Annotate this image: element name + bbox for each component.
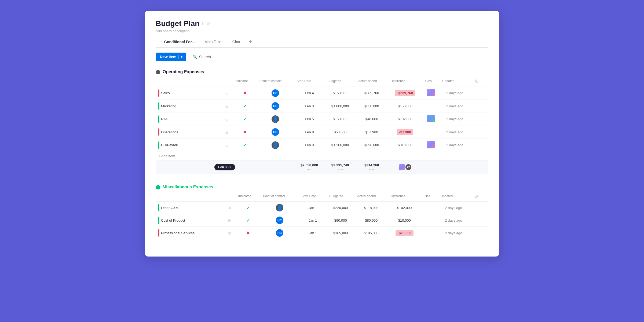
col-poc: Point of contact (257, 76, 294, 86)
row-name-cell-0: Sales (156, 86, 221, 100)
row-add-icon-1[interactable]: ⊕ (221, 100, 233, 112)
misc-files-cell-0 (421, 202, 438, 214)
col-budgeted: Budgeted (325, 76, 356, 86)
tab-conditional[interactable]: ⌂ Conditional For... (156, 38, 200, 47)
indicator-check-icon: ✔ (243, 143, 247, 147)
col-add (221, 76, 233, 86)
tab-add-button[interactable]: + (246, 37, 255, 47)
row-name-cell-3: Operations (156, 126, 221, 138)
indicator-cell-0: ✖ (233, 86, 257, 100)
misc-poc-cell-1: HC (260, 214, 299, 227)
misc-actual-cell-2: $185,000 (354, 227, 388, 239)
indicator-cell-1: ✔ (233, 100, 257, 112)
row-add-icon-2[interactable]: ⊕ (221, 112, 233, 126)
misc-row-color-bar (158, 204, 159, 211)
misc-updated-cell-1: 2 days ago (438, 214, 469, 227)
misc-col-name (156, 191, 223, 202)
actual-cell-4: $890,000 (356, 138, 388, 152)
misc-row-add-icon-1[interactable]: ⊕ (223, 214, 236, 227)
misc-row-name: Professional Services (161, 231, 195, 235)
col-actual-spend: Actual spend (356, 76, 388, 86)
row-name: R&D (161, 117, 168, 121)
misc-row-add-icon-2[interactable]: ⊕ (223, 227, 236, 239)
row-add-icon-3[interactable]: ⊕ (221, 126, 233, 138)
add-item-label[interactable]: + Add Item (156, 152, 488, 160)
miscellaneous-expenses-table: Indicator Point of contact Start Date Bu… (156, 191, 488, 239)
misc-date-cell-0: Jan 1 (299, 202, 327, 214)
diff-positive: $10,000 (398, 218, 411, 222)
section-toggle-operating[interactable]: ⬤ (156, 69, 160, 74)
row-name: Marketing (161, 104, 176, 108)
files-cell-0 (422, 86, 440, 100)
col-indicator: Indicator (233, 76, 257, 86)
summary-diff: $314,260 sum (356, 160, 388, 174)
avatar-hc: HC (272, 102, 279, 110)
misc-diff-cell-0: $102,000 (388, 202, 421, 214)
search-button[interactable]: 🔍 Search (189, 53, 214, 61)
tab-chart-label: Chart (232, 40, 241, 44)
diff-cell-3: -$7,980 (388, 126, 422, 138)
summary-diff-val: $314,260 (358, 163, 385, 167)
summary-actual-val: $2,235,740 (327, 163, 353, 167)
row-add-icon-4[interactable]: ⊕ (221, 138, 233, 152)
poc-cell-0: HC (257, 86, 294, 100)
tab-main-table[interactable]: Main Table (200, 38, 227, 47)
poc-cell-3: HC (257, 126, 294, 138)
row-extra-0 (470, 86, 488, 100)
add-item-row[interactable]: + Add Item (156, 152, 488, 160)
updated-cell-1: 2 days ago (440, 100, 470, 112)
misc-row-name-cell-1: Cost of Product (156, 214, 223, 227)
board-description[interactable]: Add board description (156, 29, 488, 33)
info-icon[interactable]: ℹ (202, 21, 204, 26)
misc-files-cell-1 (421, 214, 438, 227)
table-row: R&D ⊕ ✔ 👤 Feb 5 $150,000 $48,000 $102,00… (156, 112, 488, 126)
miscellaneous-expenses-section: ⬤ Miscellaneous Expenses Indicator Point… (156, 183, 488, 239)
section-toggle-misc[interactable]: ⬤ (156, 184, 160, 189)
col-files: Files (422, 76, 440, 86)
col-add-col[interactable]: ⊕ (470, 76, 488, 86)
date-cell-2: Feb 5 (294, 112, 325, 126)
new-item-button[interactable]: New Item ▾ (156, 53, 186, 61)
tab-chart[interactable]: Chart (228, 38, 246, 47)
actual-cell-3: $57,980 (356, 126, 388, 138)
operating-expenses-section: ⬤ Operating Expenses Indicator Point of … (156, 68, 488, 174)
avatar-generic: 👤 (272, 115, 279, 123)
page-header: Budget Plan ℹ ☆ (156, 19, 488, 28)
updated-cell-4: 2 days ago (440, 138, 470, 152)
row-name-cell-1: Marketing (156, 100, 221, 112)
budget-cell-2: $150,000 (325, 112, 356, 126)
row-color-bar (158, 141, 159, 149)
budget-cell-0: $150,000 (325, 86, 356, 100)
chevron-down-icon: ▾ (178, 55, 182, 59)
indicator-check-icon: ✔ (243, 104, 247, 108)
misc-updated-cell-2: 2 days ago (438, 227, 469, 239)
actual-cell-1: $850,000 (356, 100, 388, 112)
misc-col-add-col[interactable]: ⊕ (469, 191, 488, 202)
app-container: Budget Plan ℹ ☆ Add board description ⌂ … (145, 11, 499, 257)
file-thumbnail (427, 115, 435, 122)
summary-file-thumb (399, 164, 405, 170)
misc-row-name: Other G&A (161, 206, 178, 210)
diff-negative: -$239,760 (395, 90, 415, 96)
summary-row: Feb 3 - 9 $2,550,000 sum $2,235,740 sum … (156, 160, 488, 174)
row-name: HR/Payroll (161, 143, 178, 147)
date-cell-0: Feb 4 (294, 86, 325, 100)
misc-actual-cell-0: $118,000 (354, 202, 388, 214)
misc-row-add-icon-0[interactable]: ⊕ (223, 202, 236, 214)
row-add-icon-0[interactable]: ⊕ (221, 86, 233, 100)
budget-cell-1: $1,000,000 (325, 100, 356, 112)
miscellaneous-expenses-header: ⬤ Miscellaneous Expenses (156, 183, 488, 191)
page-title: Budget Plan (156, 19, 199, 28)
indicator-check-icon: ✔ (243, 117, 247, 121)
updated-cell-3: 2 days ago (440, 126, 470, 138)
summary-file-count: +2 (405, 164, 411, 170)
misc-header-row: Indicator Point of contact Start Date Bu… (156, 191, 488, 202)
star-icon[interactable]: ☆ (206, 21, 210, 26)
indicator-x-icon: ✖ (246, 231, 250, 235)
new-item-label: New Item (160, 55, 176, 59)
row-name: Operations (161, 130, 178, 134)
operating-expenses-title: Operating Expenses (163, 69, 204, 74)
date-cell-3: Feb 8 (294, 126, 325, 138)
row-extra-2 (470, 112, 488, 126)
diff-negative: -$20,000 (396, 230, 414, 236)
